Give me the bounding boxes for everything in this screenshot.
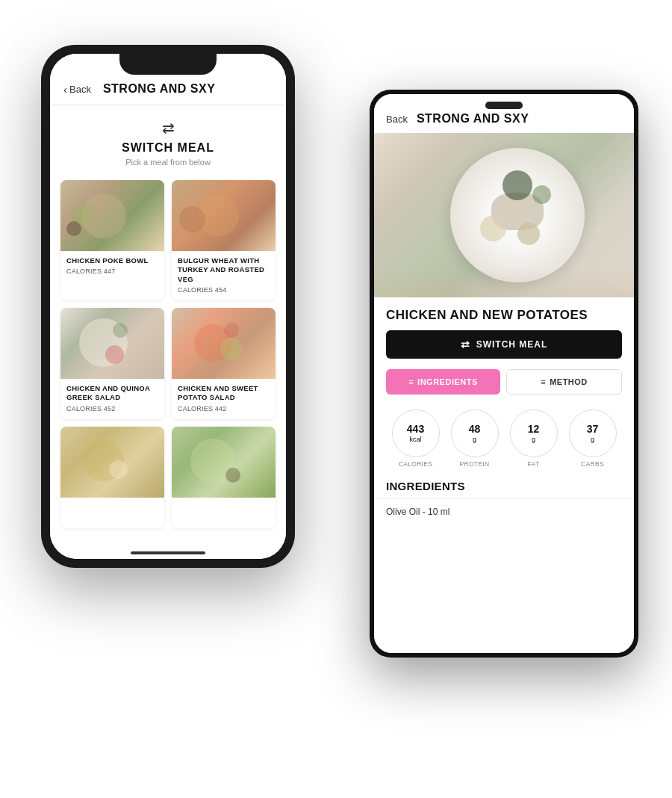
meal-card-bulgur-wheat[interactable]: BULGUR WHEAT WITH TURKEY AND ROASTED VEG… xyxy=(172,180,276,300)
calories-value: 443 xyxy=(407,424,424,435)
calories-unit: kcal xyxy=(409,436,421,443)
plate-visual xyxy=(450,148,585,282)
switch-meal-button-phone2[interactable]: ⇄ SWITCH MEAL xyxy=(386,330,622,359)
nutrition-carbs: 37 g CARBS xyxy=(569,409,617,468)
switch-meal-title: SWITCH MEAL xyxy=(50,141,286,155)
meal-card-chicken-sweet-potato[interactable]: CHICKEN AND SWEET POTATO SALAD CALORIES … xyxy=(172,308,276,419)
phone2-hero-image xyxy=(374,133,634,297)
fat-unit: g xyxy=(532,436,535,443)
switch-icon: ⇄ xyxy=(50,119,286,137)
switch-btn-label: SWITCH MEAL xyxy=(476,339,548,350)
nutrition-fat: 12 g FAT xyxy=(510,409,558,468)
calories-label: CALORIES xyxy=(392,460,440,468)
phone1-screen: ‹ Back STRONG AND SXY ⇄ SWITCH MEAL Pick… xyxy=(50,54,286,559)
switch-icon-phone2: ⇄ xyxy=(461,338,470,350)
meal-image-bulgur-wheat xyxy=(172,180,276,251)
carbs-unit: g xyxy=(591,436,594,443)
method-tab-label: METHOD xyxy=(550,377,588,386)
meal-grid: CHICKEN POKE BOWL CALORIES 447 BULGUR WH… xyxy=(50,173,286,536)
fat-value: 12 xyxy=(528,424,540,435)
meal-cal-chicken-sweet-potato: CALORIES 442 xyxy=(178,405,270,412)
phone2-meal-name: CHICKEN AND NEW POTATOES xyxy=(374,297,634,330)
nutrition-section: 443 kcal CALORIES 48 g PROTEIN xyxy=(374,403,634,477)
home-indicator xyxy=(131,551,205,554)
meal-cal-chicken-quinoa: CALORIES 452 xyxy=(66,405,158,412)
iphone-notch xyxy=(119,54,217,75)
meal-card-chicken-poke-bowl[interactable]: CHICKEN POKE BOWL CALORIES 447 xyxy=(60,180,164,300)
phone2-android: Back STRONG AND SXY xyxy=(370,90,638,658)
phone2-title: STRONG AND SXY xyxy=(417,112,529,126)
meal-image-chicken-sweet-potato xyxy=(172,308,276,379)
ingredients-tab-icon: ≡ xyxy=(408,377,414,386)
meal-name-chicken-quinoa: CHICKEN AND QUINOA GREEK SALAD xyxy=(66,384,158,403)
android-camera xyxy=(485,102,523,109)
back-label-phone1: Back xyxy=(69,84,91,95)
back-button-phone2[interactable]: Back xyxy=(386,114,408,125)
fat-label: FAT xyxy=(510,460,558,468)
phone2-header: Back STRONG AND SXY xyxy=(374,94,634,133)
meal-image-5 xyxy=(60,427,164,498)
meal-card-chicken-quinoa[interactable]: CHICKEN AND QUINOA GREEK SALAD CALORIES … xyxy=(60,308,164,419)
switch-meal-header: ⇄ SWITCH MEAL Pick a meal from below xyxy=(50,105,286,173)
protein-value: 48 xyxy=(469,424,481,435)
carbs-label: CARBS xyxy=(569,460,617,468)
switch-meal-subtitle: Pick a meal from below xyxy=(50,158,286,167)
meal-name-chicken-poke-bowl: CHICKEN POKE BOWL xyxy=(66,256,158,265)
back-button-phone1[interactable]: ‹ Back xyxy=(63,83,91,96)
nutrition-calories: 443 kcal CALORIES xyxy=(392,409,440,468)
meal-cal-chicken-poke-bowl: CALORIES 447 xyxy=(66,267,158,275)
phone2-screen: Back STRONG AND SXY xyxy=(374,94,634,653)
meal-image-chicken-quinoa xyxy=(60,308,164,379)
scene: ‹ Back STRONG AND SXY ⇄ SWITCH MEAL Pick… xyxy=(0,0,672,798)
ingredients-section-title: INGREDIENTS xyxy=(374,477,634,498)
meal-name-5 xyxy=(66,503,158,512)
meal-card-6[interactable] xyxy=(172,427,276,528)
ingredient-row-olive-oil: Olive Oil - 10 ml xyxy=(374,498,634,525)
tab-ingredients[interactable]: ≡ INGREDIENTS xyxy=(386,369,500,395)
meal-name-bulgur-wheat: BULGUR WHEAT WITH TURKEY AND ROASTED VEG xyxy=(178,256,270,284)
phone1-title: STRONG AND SXY xyxy=(103,82,215,96)
tab-method[interactable]: ≡ METHOD xyxy=(506,369,622,395)
ingredient-text-olive-oil: Olive Oil - 10 ml xyxy=(386,507,449,517)
meal-image-6 xyxy=(172,427,276,498)
meal-name-chicken-sweet-potato: CHICKEN AND SWEET POTATO SALAD xyxy=(178,384,270,403)
protein-unit: g xyxy=(473,436,476,443)
protein-label: PROTEIN xyxy=(451,460,499,468)
carbs-value: 37 xyxy=(587,424,599,435)
meal-image-chicken-poke-bowl xyxy=(60,180,164,251)
phone1-iphone: ‹ Back STRONG AND SXY ⇄ SWITCH MEAL Pick… xyxy=(41,45,295,568)
ingredients-tab-label: INGREDIENTS xyxy=(417,377,478,386)
method-tab-icon: ≡ xyxy=(541,377,546,386)
nutrition-protein: 48 g PROTEIN xyxy=(451,409,499,468)
meal-name-6 xyxy=(178,503,270,512)
chevron-left-icon: ‹ xyxy=(63,83,67,96)
meal-cal-6 xyxy=(178,514,270,522)
meal-card-5[interactable] xyxy=(60,427,164,528)
meal-cal-5 xyxy=(66,514,158,522)
meal-cal-bulgur-wheat: CALORIES 454 xyxy=(178,286,270,294)
phone2-tabs: ≡ INGREDIENTS ≡ METHOD xyxy=(386,369,622,395)
